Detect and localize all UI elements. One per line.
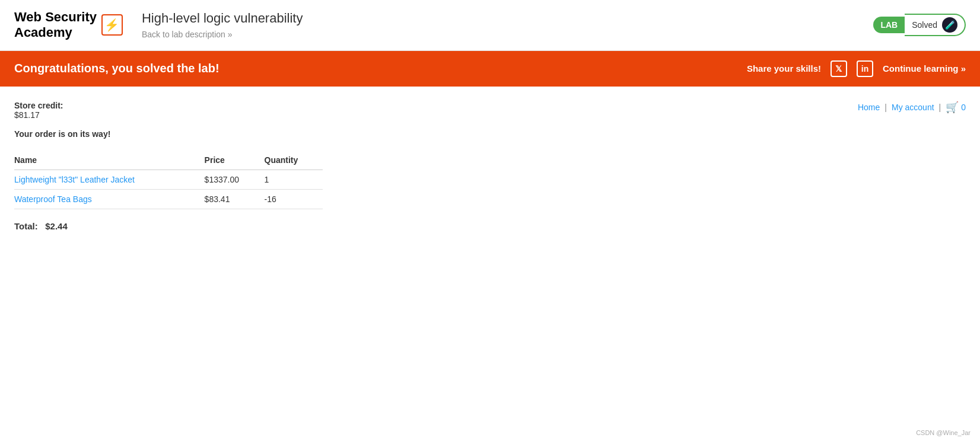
header: Web Security Academy ⚡ High-level logic … bbox=[0, 0, 980, 51]
my-account-link[interactable]: My account bbox=[892, 103, 934, 112]
logo-badge: ⚡ bbox=[101, 14, 123, 36]
top-nav: Home | My account | 🛒 0 bbox=[858, 101, 966, 114]
lightning-icon: ⚡ bbox=[104, 18, 119, 32]
col-header-quantity: Quantity bbox=[265, 151, 323, 170]
solved-label: Solved bbox=[912, 20, 937, 30]
banner-right: Share your skills! 𝕏 in Continue learnin… bbox=[747, 60, 966, 77]
nav-separator-1: | bbox=[884, 103, 887, 112]
header-center: High-level logic vulnerability Back to l… bbox=[142, 11, 873, 39]
total-label: Total: bbox=[14, 221, 38, 231]
banner-message: Congratulations, you solved the lab! bbox=[14, 62, 219, 75]
table-row: Lightweight "l33t" Leather Jacket$1337.0… bbox=[14, 170, 323, 189]
col-header-name: Name bbox=[14, 151, 205, 170]
cart-area[interactable]: 🛒 0 bbox=[946, 101, 966, 114]
banner: Congratulations, you solved the lab! Sha… bbox=[0, 51, 980, 87]
cart-icon: 🛒 bbox=[946, 101, 959, 114]
item-quantity: -16 bbox=[265, 189, 323, 209]
table-row: Waterproof Tea Bags$83.41-16 bbox=[14, 189, 323, 209]
flask-icon: 🧪 bbox=[942, 17, 957, 33]
share-label: Share your skills! bbox=[747, 63, 821, 74]
cart-count: 0 bbox=[961, 103, 966, 112]
linkedin-icon[interactable]: in bbox=[857, 60, 873, 77]
store-credit-label: Store credit: bbox=[14, 101, 63, 110]
lab-badge: LAB bbox=[873, 17, 905, 33]
main-content: Home | My account | 🛒 0 Store credit: $8… bbox=[0, 87, 980, 245]
store-credit-amount: $81.17 bbox=[14, 110, 40, 120]
twitter-icon[interactable]: 𝕏 bbox=[831, 60, 847, 77]
order-message: Your order is on its way! bbox=[14, 129, 966, 139]
table-header-row: Name Price Quantity bbox=[14, 151, 323, 170]
home-link[interactable]: Home bbox=[858, 103, 880, 112]
item-price: $83.41 bbox=[205, 189, 265, 209]
item-link[interactable]: Waterproof Tea Bags bbox=[14, 194, 92, 204]
header-right: LAB Solved 🧪 bbox=[873, 14, 966, 36]
logo-text: Web Security Academy bbox=[14, 9, 97, 41]
store-credit-section: Store credit: $81.17 bbox=[14, 101, 966, 120]
nav-separator-2: | bbox=[939, 103, 941, 112]
total-row: Total: $2.44 bbox=[14, 221, 966, 231]
lab-title: High-level logic vulnerability bbox=[142, 11, 873, 26]
order-table: Name Price Quantity Lightweight "l33t" L… bbox=[14, 151, 323, 209]
solved-box: Solved 🧪 bbox=[905, 14, 966, 36]
logo-area: Web Security Academy ⚡ bbox=[14, 9, 123, 41]
total-amount: $2.44 bbox=[45, 221, 68, 231]
item-quantity: 1 bbox=[265, 170, 323, 189]
col-header-price: Price bbox=[205, 151, 265, 170]
item-link[interactable]: Lightweight "l33t" Leather Jacket bbox=[14, 175, 135, 184]
continue-learning-link[interactable]: Continue learning » bbox=[883, 63, 966, 74]
item-price: $1337.00 bbox=[205, 170, 265, 189]
logo-line2: Academy bbox=[14, 25, 72, 40]
logo-line1: Web Security bbox=[14, 9, 97, 24]
back-to-lab-link[interactable]: Back to lab description » bbox=[142, 30, 233, 39]
